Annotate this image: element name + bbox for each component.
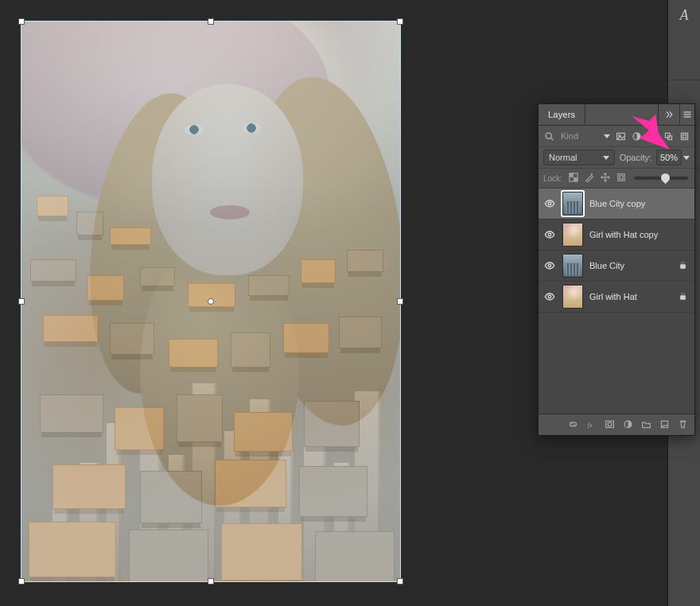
filter-smartobject-icon[interactable] (679, 130, 690, 142)
svg-rect-24 (680, 295, 685, 299)
layer-name[interactable]: Girl with Hat copy (589, 230, 672, 239)
lock-icon (679, 261, 687, 270)
visibility-toggle[interactable] (543, 291, 556, 302)
dock-spacer (668, 30, 700, 80)
layer-filter-row: Kind (539, 126, 694, 147)
svg-point-19 (548, 202, 551, 205)
image-stack (21, 21, 401, 582)
svg-rect-17 (618, 174, 625, 181)
layer-row[interactable]: Girl with Hat copy (539, 219, 694, 251)
visibility-toggle[interactable] (543, 229, 556, 240)
layer-group-button[interactable] (641, 419, 651, 431)
visibility-toggle[interactable] (543, 260, 556, 271)
fill-slider[interactable] (634, 177, 688, 180)
layer-style-button[interactable]: fx (586, 419, 597, 431)
opacity-input[interactable]: 50% (656, 150, 682, 165)
document-canvas[interactable] (0, 0, 422, 603)
chevron-down-icon (604, 134, 610, 138)
layer-row[interactable]: Blue City copy (539, 188, 694, 219)
blend-mode-select[interactable]: Normal (543, 150, 615, 165)
layer-mask-button[interactable] (605, 419, 615, 431)
svg-rect-18 (620, 176, 623, 179)
eye-icon (544, 260, 555, 271)
layer-row[interactable]: Girl with Hat (539, 282, 694, 313)
search-icon (543, 130, 554, 142)
filter-shape-icon[interactable] (663, 130, 674, 142)
layer-thumbnail[interactable] (562, 223, 583, 247)
adjustment-layer-button[interactable] (623, 419, 633, 431)
paragraph-panel-icon[interactable]: A (668, 0, 700, 30)
svg-point-20 (548, 233, 551, 236)
lock-artboard-icon[interactable] (616, 173, 626, 184)
tab-layers[interactable]: Layers (539, 104, 585, 125)
layer-thumbnail[interactable] (562, 192, 583, 216)
layers-panel-footer: fx (539, 414, 694, 435)
layer-thumbnail[interactable] (562, 254, 583, 278)
svg-point-23 (548, 295, 551, 298)
layers-panel: Layers Kind No (538, 103, 695, 436)
filter-type-icon[interactable] (647, 130, 658, 142)
svg-point-21 (548, 264, 551, 267)
layer-lock-indicator[interactable] (679, 292, 690, 302)
eye-icon (544, 291, 555, 302)
layer-list: Blue City copyGirl with Hat copyBlue Cit… (539, 188, 694, 414)
svg-rect-13 (570, 173, 574, 177)
chevron-down-icon (603, 156, 609, 160)
filter-adjustment-icon[interactable] (631, 130, 642, 142)
opacity-label: Opacity: (620, 153, 651, 162)
layer-render-blue-city (21, 21, 401, 582)
lock-position-icon[interactable] (601, 173, 610, 184)
layer-thumbnail[interactable] (562, 285, 583, 309)
filter-pixel-icon[interactable] (615, 130, 626, 142)
blend-mode-value: Normal (549, 153, 577, 162)
layer-lock-indicator[interactable] (679, 261, 690, 271)
lock-icon (679, 292, 687, 301)
layer-name[interactable]: Blue City (589, 261, 672, 270)
layer-name[interactable]: Girl with Hat (589, 292, 672, 301)
collapse-panel-button[interactable] (658, 104, 679, 125)
svg-point-3 (546, 133, 551, 138)
new-layer-button[interactable] (659, 419, 670, 431)
filter-kind-label[interactable]: Kind (561, 131, 578, 141)
visibility-toggle[interactable] (543, 198, 556, 209)
link-layers-button[interactable] (568, 419, 578, 431)
eye-icon (544, 229, 555, 240)
menu-icon (682, 110, 692, 119)
chevrons-right-icon (664, 110, 674, 119)
panel-tabs: Layers (539, 104, 694, 126)
layer-row[interactable]: Blue City (539, 251, 694, 282)
svg-text:fx: fx (588, 421, 593, 428)
svg-point-27 (608, 422, 612, 426)
panel-menu-button[interactable] (679, 104, 694, 125)
layer-name[interactable]: Blue City copy (589, 199, 672, 208)
eye-icon (544, 198, 555, 209)
lock-label: Lock: (543, 174, 562, 183)
svg-rect-11 (682, 134, 686, 138)
blend-opacity-row: Normal Opacity: 50% (539, 147, 694, 169)
svg-rect-22 (680, 264, 685, 268)
document[interactable] (21, 21, 401, 582)
lock-transparency-icon[interactable] (569, 173, 578, 184)
svg-rect-10 (681, 133, 687, 139)
chevron-down-icon[interactable] (683, 156, 690, 160)
svg-rect-14 (574, 177, 578, 181)
lock-pixels-icon[interactable] (585, 173, 594, 184)
lock-fill-row: Lock: (539, 169, 694, 188)
svg-line-4 (550, 138, 552, 139)
delete-layer-button[interactable] (678, 419, 688, 431)
